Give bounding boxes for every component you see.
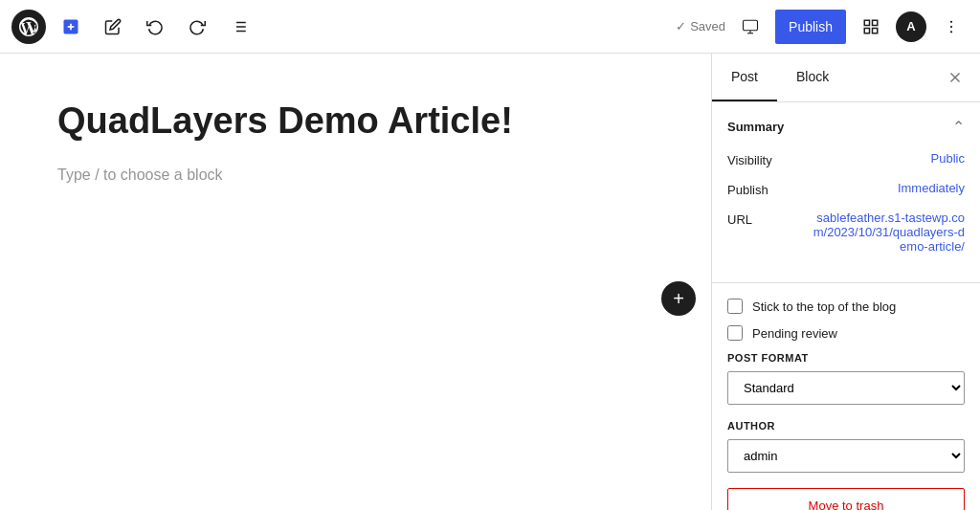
author-select[interactable]: admin — [727, 439, 965, 473]
svg-point-18 — [950, 31, 952, 33]
undo-button[interactable] — [138, 10, 172, 44]
block-placeholder[interactable]: Type / to choose a block — [57, 166, 654, 184]
undo-icon — [146, 18, 164, 35]
toolbar: ✓ Saved Publish A — [0, 0, 980, 54]
check-icon: ✓ — [676, 19, 686, 33]
edit-tool-button[interactable] — [96, 10, 130, 44]
more-icon — [943, 18, 960, 35]
publish-button[interactable]: Publish — [775, 10, 846, 44]
url-value[interactable]: sablefeather.s1-tastewp.com/2023/10/31/q… — [812, 211, 965, 254]
visibility-label: Visibility — [727, 151, 772, 167]
sidebar: Post Block Summary ⌃ Visibility Public P… — [711, 54, 980, 510]
summary-section: Summary ⌃ Visibility Public Publish Imme… — [712, 102, 980, 283]
edit-icon — [104, 18, 122, 35]
author-group: AUTHOR admin — [727, 420, 965, 473]
close-icon — [947, 69, 964, 86]
post-format-label: POST FORMAT — [727, 352, 965, 364]
visibility-value[interactable]: Public — [931, 151, 965, 166]
wp-logo-icon — [19, 17, 38, 36]
author-label: AUTHOR — [727, 420, 965, 432]
more-menu-button[interactable] — [934, 10, 969, 44]
wp-logo-button[interactable] — [11, 10, 46, 44]
list-view-icon — [231, 18, 248, 35]
summary-title: Summary — [727, 120, 784, 134]
tab-block[interactable]: Block — [777, 54, 848, 101]
monitor-icon — [742, 18, 759, 35]
svg-rect-9 — [744, 20, 758, 31]
url-label: URL — [727, 211, 752, 227]
stick-to-top-checkbox[interactable] — [727, 299, 743, 314]
add-block-button[interactable] — [54, 10, 88, 44]
options-section: Stick to the top of the blog Pending rev… — [712, 283, 980, 510]
stick-to-top-label: Stick to the top of the blog — [752, 299, 896, 314]
post-format-select[interactable]: Standard Aside Chat Gallery — [727, 371, 965, 405]
collapse-icon: ⌃ — [952, 118, 965, 136]
move-to-trash-button[interactable]: Move to trash — [727, 488, 965, 510]
settings-panel-icon — [862, 18, 880, 35]
user-menu-button[interactable]: A — [896, 11, 926, 42]
stick-to-top-row: Stick to the top of the blog — [727, 299, 965, 314]
visibility-row: Visibility Public — [727, 151, 965, 167]
pending-review-checkbox[interactable] — [727, 325, 743, 341]
post-title[interactable]: QuadLayers Demo Article! — [57, 100, 654, 144]
publish-row: Publish Immediately — [727, 181, 965, 197]
toolbar-left — [11, 10, 668, 44]
redo-icon — [189, 18, 206, 35]
saved-text: Saved — [690, 19, 725, 33]
main-layout: QuadLayers Demo Article! Type / to choos… — [0, 54, 980, 510]
svg-rect-13 — [873, 20, 878, 25]
svg-rect-15 — [864, 28, 869, 33]
saved-indicator: ✓ Saved — [676, 19, 725, 33]
redo-button[interactable] — [180, 10, 214, 44]
pending-review-row: Pending review — [727, 325, 965, 341]
plus-icon — [61, 17, 80, 36]
preview-button[interactable] — [733, 10, 768, 44]
svg-rect-12 — [864, 20, 869, 25]
post-format-group: POST FORMAT Standard Aside Chat Gallery — [727, 352, 965, 405]
publish-value[interactable]: Immediately — [898, 181, 965, 195]
sidebar-header: Post Block — [712, 54, 980, 102]
tab-post[interactable]: Post — [712, 54, 777, 101]
pending-review-label: Pending review — [752, 326, 837, 341]
add-block-inline-button[interactable]: + — [661, 281, 696, 316]
svg-point-16 — [950, 20, 952, 22]
list-view-button[interactable] — [222, 10, 256, 44]
settings-panel-button[interactable] — [854, 10, 888, 44]
publish-label: Publish — [727, 181, 768, 197]
sidebar-close-button[interactable] — [938, 60, 972, 95]
editor-area[interactable]: QuadLayers Demo Article! Type / to choos… — [0, 54, 711, 510]
svg-rect-14 — [873, 28, 878, 33]
summary-header[interactable]: Summary ⌃ — [727, 118, 965, 136]
toolbar-right: ✓ Saved Publish A — [676, 10, 969, 44]
svg-point-17 — [950, 25, 952, 27]
url-row: URL sablefeather.s1-tastewp.com/2023/10/… — [727, 211, 965, 254]
